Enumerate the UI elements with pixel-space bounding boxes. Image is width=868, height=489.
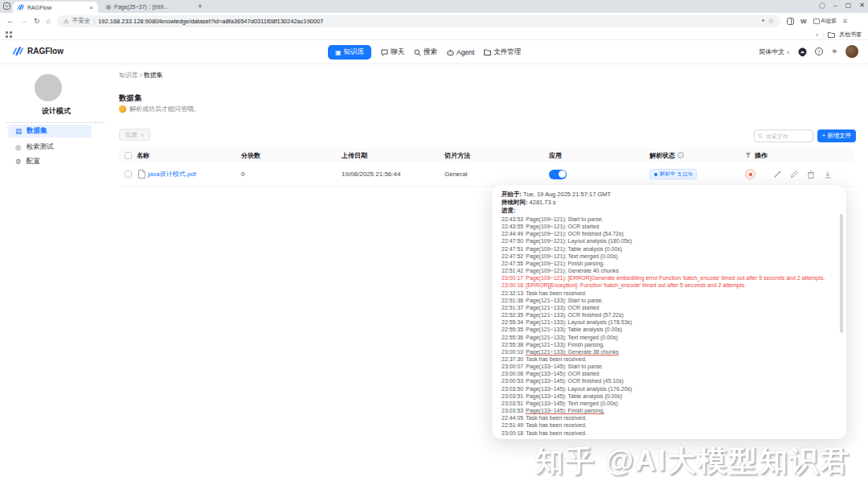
log-line: 23:00:10Page(121~133): Generate 38 chunk…: [502, 348, 837, 355]
status-progress: 5.11%: [678, 171, 693, 177]
info-icon[interactable]: i: [678, 152, 684, 158]
log-line: 22:55:38Page(121~133): Finish parsing.: [502, 341, 837, 348]
sidebar-item-config[interactable]: ⚙ 配置: [8, 155, 92, 168]
theme-sun-icon[interactable]: ☀: [831, 47, 837, 55]
url-bar[interactable]: ⚠ 不安全 | 192.168.233.128:9080/knowledge/d…: [57, 15, 780, 27]
chevron-left-icon[interactable]: ‹: [817, 32, 818, 38]
log-line: 22:47:51Page(109~121): Table analysis (0…: [502, 245, 837, 253]
log-duration: 持续时间: 4281.73 s: [502, 199, 837, 207]
user-avatar[interactable]: [845, 45, 858, 58]
breadcrumb-root[interactable]: 知识库: [119, 72, 138, 79]
ragflow-logo-icon: [13, 46, 23, 56]
nav-label: 知识库: [344, 47, 365, 57]
log-line: 23:00:08Page(133~145): OCR started: [502, 370, 837, 377]
col-upload-date: 上传日期: [342, 148, 367, 162]
ragflow-favicon-icon: [18, 4, 24, 10]
side-panel-icon[interactable]: [787, 18, 794, 25]
add-file-button[interactable]: + 新增文件: [817, 129, 856, 142]
status-filter[interactable]: [745, 148, 751, 162]
chat-icon: [381, 49, 388, 56]
close-button[interactable]: ✕: [859, 2, 865, 9]
reload-icon[interactable]: ↻: [34, 17, 40, 25]
page-subtitle-text: 解析成功后才能问答哦。: [129, 105, 200, 113]
nav-chat[interactable]: 聊天: [381, 47, 404, 57]
nav-search[interactable]: 搜索: [414, 47, 437, 57]
bookmark-star-icon[interactable]: ☆: [768, 18, 774, 25]
chunk-method: General: [444, 162, 467, 186]
sidebar-item-label: 数据集: [27, 126, 47, 136]
col-chunks: 分块数: [241, 148, 260, 162]
maximize-button[interactable]: ▢: [845, 2, 852, 9]
back-icon[interactable]: ←: [6, 17, 14, 25]
browser-tab-inactive[interactable]: Page(25~37)：[999…: [101, 2, 191, 13]
search-input[interactable]: [766, 134, 809, 139]
url-text: 192.168.233.128:9080/knowledge/dataset?i…: [98, 18, 323, 25]
tab-close-icon[interactable]: ×: [89, 4, 93, 11]
browser-tab-active[interactable]: RAGFlow ×: [13, 2, 98, 13]
log-started: 开始于: Tue, 19 Aug 2025 21:57:17 GMT: [502, 191, 837, 199]
download-icon[interactable]: [824, 171, 832, 179]
file-name-link[interactable]: java设计模式.pdf: [148, 170, 196, 179]
col-parsing-status: 解析状态i: [649, 148, 684, 162]
log-line: 23:03:51Page(133~145): Table analysis (0…: [502, 392, 837, 400]
log-line: 23:00:53Page(133~145): OCR finished (45.…: [502, 377, 837, 384]
logo-text: RAGFlow: [27, 47, 63, 55]
delete-trash-icon[interactable]: [807, 171, 815, 179]
parse-tool-icon[interactable]: [773, 171, 781, 179]
other-bookmarks[interactable]: ‹ | 其他书签: [817, 30, 862, 39]
new-tab-button[interactable]: +: [196, 2, 204, 10]
chunk-count: 0: [241, 162, 244, 186]
browser-menu-icon[interactable]: ≡: [843, 17, 847, 25]
log-line: 22:51:49Task has been received.: [502, 421, 837, 429]
minimize-button[interactable]: –: [833, 2, 837, 9]
other-bookmarks-label: 其他书签: [839, 31, 862, 39]
browser-profile-icon[interactable]: [819, 2, 825, 9]
ragflow-logo[interactable]: RAGFlow: [13, 46, 63, 56]
header-right: 简体中文 ∨ ? ☀: [759, 45, 858, 58]
chevron-down-icon: ∨: [141, 132, 144, 138]
kb-name: 设计模式: [0, 106, 113, 117]
share-pin-icon[interactable]: ⌖: [761, 17, 765, 25]
chevron-down-icon: ∨: [787, 50, 790, 55]
log-line: 22:44:05Task has been received.: [502, 414, 837, 421]
extension-w-icon[interactable]: W: [800, 18, 807, 25]
browser-tabstrip: RAGFlow × Page(25~37)：[999… + – ▢ ✕: [0, 0, 868, 13]
enable-toggle[interactable]: [549, 170, 567, 179]
apps-grid-icon[interactable]: [6, 31, 12, 38]
page-title: 数据集: [119, 93, 142, 104]
popup-scrollbar-thumb[interactable]: [840, 214, 843, 333]
log-line: 23:03:51Page(133~145): Text merged (0.00…: [502, 400, 837, 407]
nav-file-management[interactable]: 文件管理: [484, 47, 521, 57]
help-icon[interactable]: ?: [815, 47, 823, 55]
wink-emoji-icon: [119, 105, 126, 113]
row-checkbox[interactable]: [125, 171, 132, 178]
home-icon[interactable]: ⌂: [47, 17, 51, 25]
file-search: [754, 129, 813, 142]
col-enabled: 应用: [549, 148, 562, 162]
edit-pencil-icon[interactable]: [790, 171, 798, 179]
nav-knowledge-base[interactable]: ▣ 知识库: [328, 45, 371, 60]
nav-agent[interactable]: Agent: [447, 48, 474, 56]
log-line: 23:00:17Page(109~121): [ERROR]Generate e…: [502, 274, 837, 281]
filter-funnel-icon: [745, 152, 751, 158]
bulk-button[interactable]: 批量 ∨: [119, 129, 150, 141]
sidebar-item-dataset[interactable]: ▤ 数据集: [8, 125, 92, 138]
log-line: 22:43:53Page(109~121): Start to parse.: [502, 216, 837, 223]
select-all-checkbox[interactable]: [125, 152, 132, 159]
status-badge[interactable]: 解析中 5.11%: [649, 169, 697, 179]
github-icon[interactable]: [798, 47, 807, 56]
ai-extension-chip[interactable]: AI提炼: [813, 18, 837, 25]
forward-icon[interactable]: →: [20, 17, 27, 25]
bookmarks-bar: ‹ | 其他书签: [0, 29, 868, 40]
sidebar-item-retrieval-test[interactable]: ◎ 检索测试: [8, 141, 92, 154]
addressbar-right-icons: W AI提炼 ≡: [787, 17, 847, 25]
language-selector[interactable]: 简体中文 ∨: [759, 47, 790, 56]
sidebar-item-label: 检索测试: [26, 142, 53, 152]
tab-search-icon[interactable]: [3, 2, 11, 10]
tab-title: Page(25~37)：[999…: [114, 3, 169, 11]
stop-parsing-button[interactable]: [745, 169, 755, 179]
log-line: 22:51:36Page(121~133): Start to parse.: [502, 297, 837, 304]
log-lines: 22:43:53Page(109~121): Start to parse.22…: [502, 216, 837, 437]
not-secure-warning-icon: ⚠: [63, 18, 69, 25]
log-line: 22:47:50Page(109~121): Layout analysis (…: [502, 237, 837, 244]
